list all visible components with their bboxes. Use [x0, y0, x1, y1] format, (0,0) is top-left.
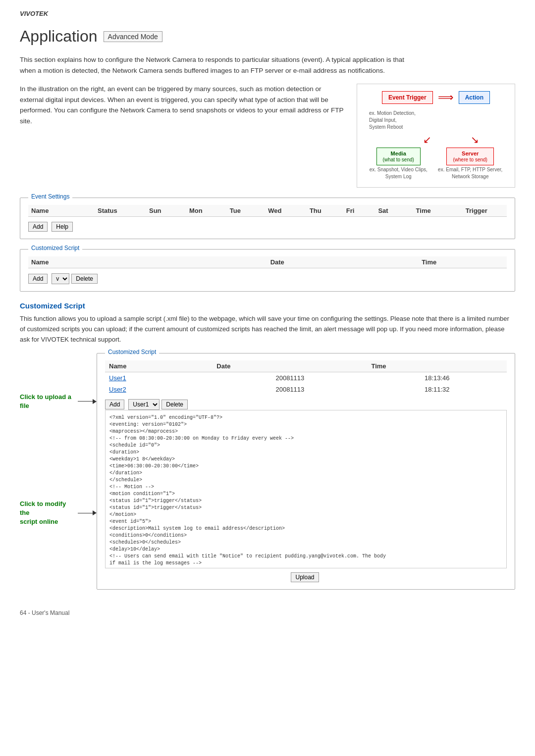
advanced-mode-badge[interactable]: Advanced Mode: [104, 31, 162, 42]
click-upload-row: Click to upload a file: [20, 393, 97, 410]
col-fri: Fri: [335, 205, 366, 217]
event-diagram: Event Trigger ⟹ Action ex. Motion Detect…: [357, 84, 515, 188]
customized-script-outer-title: Customized Script: [105, 349, 159, 355]
event-trigger-box: Event Trigger: [382, 91, 433, 104]
col-cs-name: Name: [28, 256, 203, 268]
customized-script-heading: Customized Script: [20, 302, 515, 310]
action-item: Action: [459, 91, 490, 104]
left-labels: Click to upload a file Click to modify t…: [20, 353, 97, 600]
user1-name-cell: User1: [105, 372, 213, 384]
cst-delete-button[interactable]: Delete: [161, 400, 188, 409]
bottom-script-section: Click to upload a file Click to modify t…: [20, 353, 515, 600]
col-name: Name: [28, 205, 79, 217]
down-arrows: ↙ ↘: [378, 134, 493, 146]
brand-label: VIVOTEK: [20, 10, 515, 17]
customized-script-outer-panel: Customized Script Name Date Time User1 2…: [97, 353, 515, 590]
action-box: Action: [459, 91, 490, 104]
cst-col-name: Name: [105, 360, 213, 372]
col-cs-time: Time: [351, 256, 507, 268]
media-box: Media(what to send): [376, 148, 421, 165]
event-table-header-row: Name Status Sun Mon Tue Wed Thu Fri Sat …: [28, 205, 507, 217]
custom-table-header-row: Name Date Time: [28, 256, 507, 268]
col-thu: Thu: [296, 205, 335, 217]
page-title: Application: [20, 27, 98, 46]
arrow-right-icon: ⟹: [438, 91, 454, 104]
upload-button[interactable]: Upload: [291, 572, 319, 582]
cst-col-date: Date: [213, 360, 367, 372]
user1-link[interactable]: User1: [109, 374, 126, 382]
customized-script-buttons: Add v Delete: [28, 273, 507, 284]
event-add-button[interactable]: Add: [28, 222, 48, 232]
upload-arrow: [78, 399, 97, 404]
click-modify-label: Click to modify thescript online: [20, 500, 76, 527]
cst-user-dropdown[interactable]: User1: [128, 399, 160, 410]
col-mon: Mon: [175, 205, 216, 217]
cst-header-row: Name Date Time: [105, 360, 507, 372]
modify-arrow: [78, 510, 97, 515]
two-col-section: In the illustration on the right, an eve…: [20, 84, 515, 188]
user2-link[interactable]: User2: [109, 386, 126, 393]
down-arrow-left-icon: ↙: [423, 134, 431, 146]
customized-script-panel-title: Customized Script: [28, 245, 82, 252]
ex-media-text: ex. Snapshot, Video Clips,System Log: [370, 166, 428, 180]
col-tue: Tue: [217, 205, 254, 217]
cst-add-button[interactable]: Add: [105, 400, 124, 409]
xml-code-area[interactable]: <?xml version="1.0" encoding="UTF-8"?> <…: [105, 410, 507, 568]
event-trigger-item: Event Trigger: [382, 91, 433, 104]
col-time: Time: [401, 205, 446, 217]
col-trigger: Trigger: [446, 205, 507, 217]
customized-script-data-table: Name Date Time User1 20081113 18:13:46 U…: [105, 360, 507, 395]
col-status: Status: [79, 205, 135, 217]
click-upload-label: Click to upload a file: [20, 393, 76, 410]
user2-name-cell: User2: [105, 384, 213, 395]
col-cs-date: Date: [203, 256, 351, 268]
event-help-button[interactable]: Help: [52, 222, 73, 232]
cs-delete-button[interactable]: Delete: [71, 274, 98, 284]
server-box: Server(where to send): [446, 148, 493, 165]
customized-script-panel: Customized Script Name Date Time Add v D…: [20, 249, 515, 292]
event-settings-panel: Event Settings Name Status Sun Mon Tue W…: [20, 198, 515, 239]
event-settings-table: Name Status Sun Mon Tue Wed Thu Fri Sat …: [28, 205, 507, 217]
cst-col-time: Time: [367, 360, 507, 372]
cs-dropdown[interactable]: v: [52, 273, 69, 284]
cst-table-body: User1 20081113 18:13:46 User2 20081113 1…: [105, 372, 507, 395]
footer-text: 64 - User's Manual: [20, 609, 515, 616]
upload-btn-row: Upload: [105, 572, 507, 582]
diagram-row1: Event Trigger ⟹ Action: [364, 91, 508, 104]
ex-trigger-text: ex. Motion Detection,Digital Input,Syste…: [369, 110, 416, 131]
user1-time-cell: 18:13:46: [367, 372, 507, 384]
arrow-area: ⟹: [438, 91, 454, 104]
event-buttons: Add Help: [28, 222, 507, 232]
media-item: Media(what to send) ex. Snapshot, Video …: [370, 148, 428, 180]
page-title-row: Application Advanced Mode: [20, 27, 515, 46]
event-settings-panel-title: Event Settings: [28, 193, 72, 200]
col-sun: Sun: [135, 205, 175, 217]
intro-paragraph-1: This section explains how to configure t…: [20, 54, 406, 76]
script-block-outer: Customized Script Name Date Time User1 2…: [97, 353, 515, 600]
cs-add-button[interactable]: Add: [28, 274, 48, 284]
user1-date-cell: 20081113: [213, 372, 367, 384]
customized-script-table-small: Name Date Time: [28, 256, 507, 268]
ex-server-text: ex. Email, FTP, HTTP Server,Network Stor…: [438, 166, 502, 180]
table-row: User2 20081113 18:11:32: [105, 384, 507, 395]
user2-date-cell: 20081113: [213, 384, 367, 395]
click-modify-row: Click to modify thescript online: [20, 500, 97, 527]
table-row: User1 20081113 18:13:46: [105, 372, 507, 384]
intro-paragraph-2: In the illustration on the right, an eve…: [20, 84, 347, 188]
bottom-items-row: Media(what to send) ex. Snapshot, Video …: [364, 148, 508, 180]
customized-script-body: This function allows you to upload a sam…: [20, 314, 515, 345]
col-wed: Wed: [254, 205, 296, 217]
server-item: Server(where to send) ex. Email, FTP, HT…: [438, 148, 502, 180]
cst-btn-row: Add User1 Delete: [105, 399, 507, 410]
diagram-sub-row: ex. Motion Detection,Digital Input,Syste…: [364, 109, 508, 131]
col-sat: Sat: [366, 205, 400, 217]
down-arrow-right-icon: ↘: [471, 134, 479, 146]
user2-time-cell: 18:11:32: [367, 384, 507, 395]
